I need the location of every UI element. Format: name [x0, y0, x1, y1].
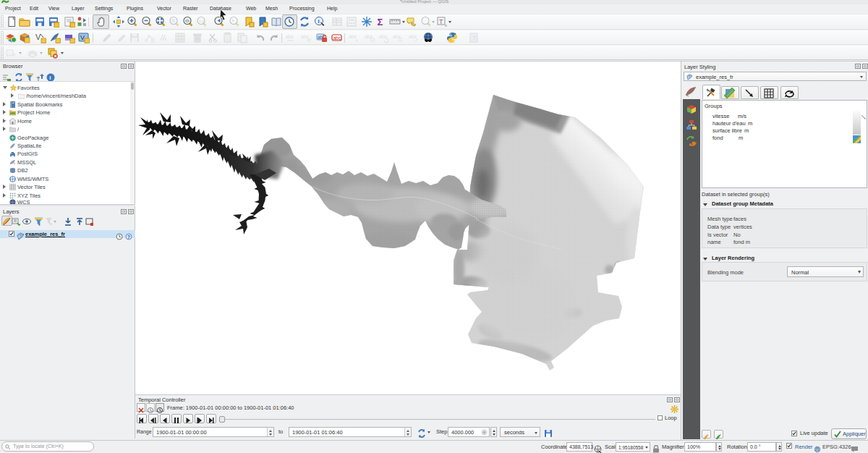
svg-text:abc: abc — [333, 35, 341, 41]
svg-text:V: V — [35, 33, 41, 41]
svg-text:?: ? — [472, 34, 476, 41]
svg-text:e: e — [50, 221, 53, 226]
svg-text:i: i — [318, 18, 320, 25]
svg-text:abc: abc — [286, 34, 294, 39]
svg-text:?: ? — [127, 234, 130, 240]
svg-text:i: i — [49, 75, 51, 81]
svg-text:T: T — [439, 18, 443, 25]
svg-text:V: V — [80, 34, 85, 41]
svg-text:1:1: 1:1 — [199, 19, 204, 23]
svg-text:Σ: Σ — [378, 17, 383, 27]
svg-text:x: x — [164, 36, 167, 41]
svg-text:abc: abc — [349, 34, 357, 39]
svg-text:abc: abc — [409, 34, 417, 39]
